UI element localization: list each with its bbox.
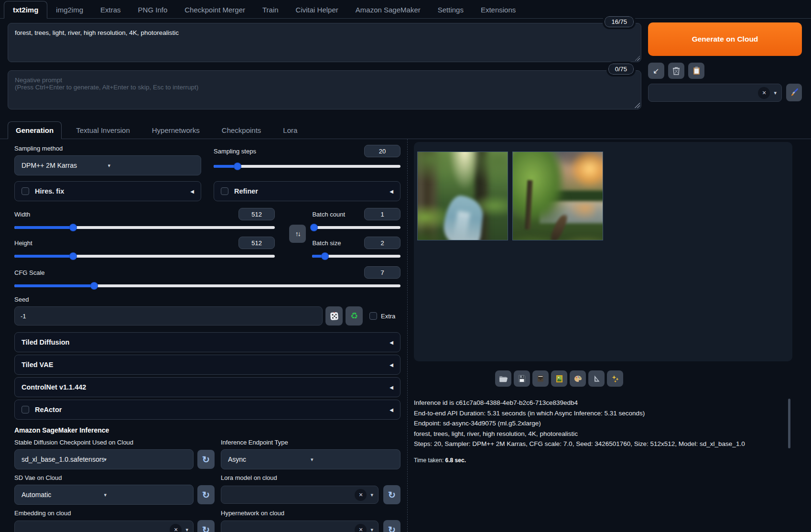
height-slider[interactable] xyxy=(14,253,275,260)
refiner-label: Refiner xyxy=(234,187,384,195)
refresh-hypernetwork-button[interactable]: ↻ xyxy=(383,520,400,532)
sampling-steps-input[interactable] xyxy=(364,145,400,157)
output-gallery xyxy=(414,142,792,361)
generate-on-cloud-button[interactable]: Generate on Cloud xyxy=(648,22,802,56)
refresh-icon: ↻ xyxy=(202,524,210,532)
width-input[interactable] xyxy=(238,208,275,220)
send-to-inpaint-button[interactable] xyxy=(588,370,605,387)
hires-fix-section[interactable]: Hires. fix ◀ xyxy=(14,181,201,201)
refresh-embedding-button[interactable]: ↻ xyxy=(197,520,215,532)
cfg-scale-slider[interactable] xyxy=(14,282,400,289)
info-scrollbar[interactable] xyxy=(788,399,790,448)
trash-icon xyxy=(672,66,680,75)
tab-textual-inversion[interactable]: Textual Inversion xyxy=(68,122,138,139)
seed-input[interactable] xyxy=(14,306,323,326)
dropdown-caret-icon: ▾ xyxy=(311,456,393,463)
clear-icon[interactable]: × xyxy=(355,489,367,501)
batch-count-input[interactable] xyxy=(364,208,400,220)
tab-png-info[interactable]: PNG Info xyxy=(130,1,176,18)
swap-dimensions-button[interactable]: ↑↓ xyxy=(289,225,306,243)
tab-checkpoint-merger[interactable]: Checkpoint Merger xyxy=(176,1,254,18)
sd-vae-dropdown[interactable]: Automatic ▾ xyxy=(14,485,194,505)
refresh-checkpoints-button[interactable]: ↻ xyxy=(197,450,215,469)
controlnet-accordion[interactable]: ControlNet v1.1.442 ◀ xyxy=(14,377,400,397)
refiner-section[interactable]: Refiner ◀ xyxy=(214,181,400,201)
tab-train[interactable]: Train xyxy=(254,1,287,18)
send-to-extras-button[interactable] xyxy=(570,370,586,387)
sampling-steps-label: Sampling steps xyxy=(214,148,256,155)
dropdown-caret-icon: ▾ xyxy=(104,492,187,498)
sampling-method-dropdown[interactable]: DPM++ 2M Karras ▾ xyxy=(14,155,201,175)
tab-extensions[interactable]: Extensions xyxy=(472,1,524,18)
read-generation-params-button[interactable]: ↙ xyxy=(648,63,664,79)
styles-dropdown[interactable]: × ▾ xyxy=(648,84,782,102)
checkpoint-on-cloud-label: Stable Diffusion Checkpoint Used on Clou… xyxy=(14,439,221,446)
recycle-icon: ♻ xyxy=(350,311,358,321)
reuse-seed-button[interactable]: ♻ xyxy=(346,306,363,326)
lora-on-cloud-label: Lora model on cloud xyxy=(221,474,277,481)
sampling-steps-slider[interactable] xyxy=(214,163,400,170)
tab-settings[interactable]: Settings xyxy=(429,1,472,18)
width-slider[interactable] xyxy=(14,224,275,231)
upscale-button[interactable] xyxy=(607,370,623,387)
tab-hypernetworks[interactable]: Hypernetworks xyxy=(144,122,207,139)
cfg-scale-input[interactable] xyxy=(364,266,400,279)
refresh-lora-button[interactable]: ↻ xyxy=(383,485,400,504)
random-seed-button[interactable] xyxy=(325,306,343,326)
tab-checkpoints[interactable]: Checkpoints xyxy=(214,122,269,139)
extra-seed-checkbox[interactable] xyxy=(369,312,377,320)
batch-count-slider[interactable] xyxy=(312,224,400,231)
tiled-diffusion-label: Tiled Diffusion xyxy=(22,338,384,346)
refresh-vae-button[interactable]: ↻ xyxy=(197,485,215,504)
hypernetwork-on-cloud-label: Hypernetwork on cloud xyxy=(221,510,284,517)
archive-box-icon xyxy=(537,375,544,382)
collapse-icon: ◀ xyxy=(389,189,393,194)
prompt-line: forest, trees, light, river, high resolu… xyxy=(414,429,773,439)
dropdown-caret-icon: ▾ xyxy=(104,456,187,463)
tab-lora[interactable]: Lora xyxy=(275,122,305,139)
hypernetwork-on-cloud-multiselect[interactable]: × ▾ xyxy=(221,521,378,532)
open-folder-button[interactable] xyxy=(495,370,511,387)
seed-label: Seed xyxy=(14,296,400,303)
clipboard-icon xyxy=(693,66,700,75)
refiner-checkbox[interactable] xyxy=(221,187,228,195)
swap-arrows-icon: ↑↓ xyxy=(295,230,300,238)
embedding-on-cloud-multiselect[interactable]: × ▾ xyxy=(14,521,194,532)
endpoint-type-dropdown[interactable]: Async ▾ xyxy=(221,449,400,469)
send-to-img2img-button[interactable] xyxy=(551,370,567,387)
negative-prompt-input[interactable] xyxy=(8,70,641,109)
tab-amazon-sagemaker[interactable]: Amazon SageMaker xyxy=(347,1,429,18)
clear-icon[interactable]: × xyxy=(170,524,182,532)
batch-size-input[interactable] xyxy=(364,237,400,249)
apply-styles-button[interactable] xyxy=(786,84,802,101)
batch-size-slider[interactable] xyxy=(312,253,400,260)
folder-icon xyxy=(499,375,508,382)
tab-extras[interactable]: Extras xyxy=(92,1,130,18)
hires-fix-checkbox[interactable] xyxy=(22,187,29,195)
tab-generation[interactable]: Generation xyxy=(8,121,62,139)
height-input[interactable] xyxy=(238,237,275,249)
tab-img2img[interactable]: img2img xyxy=(47,1,92,18)
reactor-accordion[interactable]: ReActor ◀ xyxy=(14,400,400,420)
tiled-diffusion-accordion[interactable]: Tiled Diffusion ◀ xyxy=(14,332,400,352)
checkpoint-on-cloud-dropdown[interactable]: sd_xl_base_1.0.safetensors ▾ xyxy=(14,449,194,469)
clear-icon[interactable]: × xyxy=(355,524,367,532)
tab-txt2img[interactable]: txt2img xyxy=(4,1,47,19)
reactor-checkbox[interactable] xyxy=(22,406,29,413)
tiled-vae-accordion[interactable]: Tiled VAE ◀ xyxy=(14,355,400,375)
prompt-input[interactable]: forest, trees, light, river, high resolu… xyxy=(8,23,641,62)
save-image-button[interactable] xyxy=(514,370,530,387)
dropdown-caret-icon: ▾ xyxy=(774,90,777,96)
generated-image-1[interactable] xyxy=(417,152,508,240)
lora-on-cloud-multiselect[interactable]: × ▾ xyxy=(221,486,378,504)
tab-civitai-helper[interactable]: Civitai Helper xyxy=(287,1,347,18)
clear-prompt-button[interactable] xyxy=(668,63,684,79)
resize-handle[interactable] xyxy=(635,55,640,61)
resize-handle[interactable] xyxy=(635,103,640,108)
stable-diffusion-webui: txt2img img2img Extras PNG Info Checkpoi… xyxy=(0,0,811,532)
save-zip-button[interactable] xyxy=(532,370,549,387)
clear-icon[interactable]: × xyxy=(758,87,770,99)
paste-button[interactable] xyxy=(688,63,704,79)
generated-image-2[interactable] xyxy=(512,152,603,240)
dice-icon xyxy=(330,312,339,321)
